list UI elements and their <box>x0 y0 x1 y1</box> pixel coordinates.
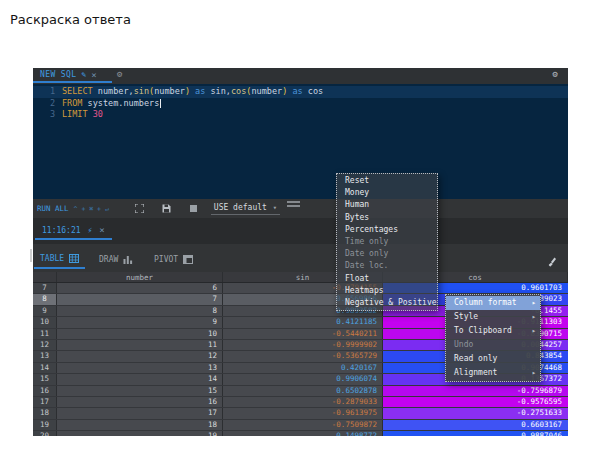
number-cell[interactable]: 12 <box>57 351 223 361</box>
number-cell[interactable]: 13 <box>57 363 223 373</box>
sin-cell[interactable]: 0.9906074 <box>223 374 383 384</box>
table-row[interactable]: 1918-0.75098720.6603167 <box>33 420 568 431</box>
brush-icon[interactable] <box>547 252 556 271</box>
edit-pencil-icon[interactable]: ✎ <box>82 70 87 79</box>
menu-item-human[interactable]: Human <box>337 199 437 211</box>
sin-cell[interactable]: 0.4121185 <box>223 317 383 327</box>
row-index-cell[interactable]: 8 <box>33 294 57 304</box>
sin-cell[interactable]: -0.9613975 <box>223 408 383 418</box>
splitter-handle[interactable] <box>287 201 300 209</box>
code-token: FROM <box>62 98 82 108</box>
tab-new-sql[interactable]: NEW SQL ✎ × <box>33 68 112 83</box>
menu-item-money[interactable]: Money <box>337 187 437 199</box>
code-token: sin <box>134 86 149 96</box>
editor-settings-gear-icon[interactable]: ⚙ <box>117 69 122 79</box>
tab-draw[interactable]: DRAW <box>93 249 139 269</box>
table-row[interactable]: 1716-0.2879033-0.9576595 <box>33 397 568 408</box>
sql-client-window: NEW SQL ✎ × ⚙ ⚙ 1SELECT number,sin(numbe… <box>33 68 568 436</box>
number-cell[interactable]: 7 <box>57 294 223 304</box>
code-token: LIMIT <box>62 109 88 119</box>
menu-item-heatmaps[interactable]: Heatmaps <box>337 285 437 297</box>
row-index-cell[interactable]: 20 <box>33 431 57 436</box>
tab-pivot[interactable]: PIVOT <box>148 249 199 269</box>
sin-cell[interactable]: -0.5440211 <box>223 329 383 339</box>
stop-icon[interactable] <box>190 205 197 212</box>
row-index-cell[interactable]: 15 <box>33 374 57 384</box>
number-cell[interactable]: 8 <box>57 306 223 316</box>
number-cell[interactable]: 14 <box>57 374 223 384</box>
code-text: LIMIT 30 <box>62 109 103 121</box>
table-row[interactable]: 76-0.27941550.9601703 <box>33 283 568 294</box>
cos-cell[interactable]: 0.9887046 <box>383 431 568 436</box>
close-result-tab-icon[interactable]: × <box>99 226 104 234</box>
sin-cell[interactable]: -0.5365729 <box>223 351 383 361</box>
row-index-cell[interactable]: 12 <box>33 340 57 350</box>
sin-cell[interactable]: 0.1498772 <box>223 431 383 436</box>
row-index-cell[interactable]: 10 <box>33 317 57 327</box>
menu-item-to-clipboard[interactable]: To Clipboard▸ <box>446 324 540 338</box>
close-tab-icon[interactable]: × <box>91 71 96 79</box>
tab-table[interactable]: TABLE <box>34 249 85 269</box>
sin-cell[interactable]: -0.7509872 <box>223 420 383 430</box>
sin-cell[interactable]: -0.9999902 <box>223 340 383 350</box>
sin-cell[interactable]: 0.420167 <box>223 363 383 373</box>
code-token: sin, <box>210 86 230 96</box>
number-cell[interactable]: 17 <box>57 408 223 418</box>
menu-item-read-only[interactable]: Read only <box>446 352 540 366</box>
sin-cell[interactable]: 0.6502878 <box>223 386 383 396</box>
menu-item-alignment[interactable]: Alignment▸ <box>446 366 540 380</box>
number-cell[interactable]: 9 <box>57 317 223 327</box>
left-splitter-handle[interactable] <box>30 249 32 262</box>
result-tab[interactable]: 11:16:21 ⚡ × <box>35 222 112 240</box>
table-row[interactable]: 16150.6502878-0.7596879 <box>33 386 568 397</box>
menu-item-percentages[interactable]: Percentages <box>337 224 437 236</box>
row-index-cell[interactable]: 7 <box>33 283 57 293</box>
cos-cell[interactable]: -0.7596879 <box>383 386 568 396</box>
column-header-number[interactable]: number <box>57 272 223 282</box>
sin-cell[interactable]: -0.2879033 <box>223 397 383 407</box>
line-number: 2 <box>33 98 62 110</box>
cos-cell[interactable]: -0.9576595 <box>383 397 568 407</box>
use-database-dropdown[interactable]: USE default ▾ <box>211 202 280 215</box>
menu-item-style[interactable]: Style▸ <box>446 310 540 324</box>
cos-cell[interactable]: -0.2751633 <box>383 408 568 418</box>
tab-draw-label: DRAW <box>99 255 118 264</box>
code-token: number <box>154 86 185 96</box>
row-index-cell[interactable]: 18 <box>33 408 57 418</box>
sql-editor[interactable]: 1SELECT number,sin(number) as sin,cos(nu… <box>33 84 568 199</box>
editor-tabbar: NEW SQL ✎ × ⚙ ⚙ <box>33 68 568 84</box>
row-index-cell[interactable]: 14 <box>33 363 57 373</box>
number-cell[interactable]: 16 <box>57 397 223 407</box>
run-all-button[interactable]: RUN ALL <box>37 204 69 213</box>
number-cell[interactable]: 18 <box>57 420 223 430</box>
tab-label: NEW SQL <box>40 70 77 79</box>
menu-item-negative-positive[interactable]: Negative & Positive <box>337 297 437 309</box>
result-tab-label: 11:16:21 <box>42 226 81 235</box>
save-icon[interactable] <box>162 204 171 213</box>
menu-item-float[interactable]: Float <box>337 273 437 285</box>
number-cell[interactable]: 10 <box>57 329 223 339</box>
bar-chart-icon <box>123 255 133 264</box>
row-index-cell[interactable]: 16 <box>33 386 57 396</box>
row-index-cell[interactable]: 9 <box>33 306 57 316</box>
number-cell[interactable]: 6 <box>57 283 223 293</box>
menu-item-reset[interactable]: Reset <box>337 175 437 187</box>
row-index-cell[interactable]: 17 <box>33 397 57 407</box>
table-row[interactable]: 20190.14987720.9887046 <box>33 431 568 436</box>
number-cell[interactable]: 15 <box>57 386 223 396</box>
row-index-cell[interactable]: 19 <box>33 420 57 430</box>
row-index-cell[interactable]: 13 <box>33 351 57 361</box>
number-cell[interactable]: 19 <box>57 431 223 436</box>
run-shortcut-hint: ^ + ⌘ + ↵ <box>74 205 109 213</box>
expand-icon[interactable] <box>135 204 144 213</box>
row-index-cell[interactable]: 11 <box>33 329 57 339</box>
code-token: 30 <box>88 109 103 119</box>
number-cell[interactable]: 11 <box>57 340 223 350</box>
window-settings-gear-icon[interactable]: ⚙ <box>553 69 558 79</box>
table-row[interactable]: 1817-0.9613975-0.2751633 <box>33 408 568 419</box>
submenu-arrow-icon: ▸ <box>532 310 536 324</box>
menu-item-bytes[interactable]: Bytes <box>337 212 437 224</box>
cos-cell[interactable]: 0.6603167 <box>383 420 568 430</box>
menu-item-column-format[interactable]: Column format▸ <box>446 296 540 310</box>
code-token: cos <box>308 86 323 96</box>
